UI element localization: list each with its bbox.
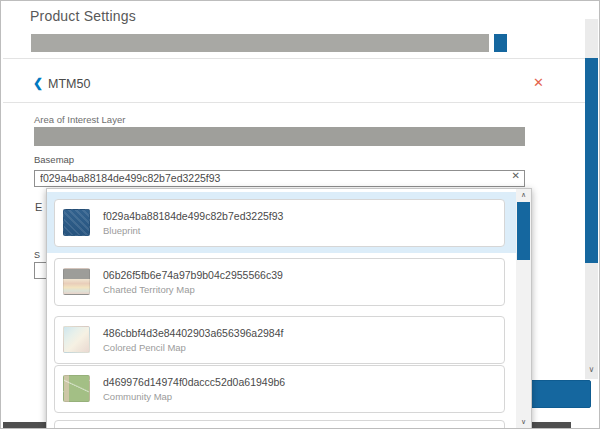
header-divider — [3, 58, 585, 59]
area-of-interest-label: Area of Interest Layer — [34, 114, 125, 125]
basemap-thumbnail-colored-pencil — [63, 326, 90, 353]
basemap-option-name: Charted Territory Map — [103, 283, 283, 296]
main-scrollbar-thumb[interactable] — [585, 58, 598, 263]
basemap-option-text: f029a4ba88184de499c82b7ed3225f93 Bluepri… — [103, 209, 283, 237]
basemap-option-name: Community Map — [103, 390, 285, 403]
blue-indicator-button[interactable] — [494, 34, 507, 52]
main-scrollbar-down-icon[interactable]: ∨ — [585, 362, 598, 378]
dropdown-scroll-down-icon[interactable]: ∨ — [516, 416, 531, 428]
basemap-option-partial[interactable] — [54, 420, 505, 429]
product-name-label[interactable]: MTM50 — [48, 77, 90, 91]
basemap-option-blueprint[interactable]: f029a4ba88184de499c82b7ed3225f93 Bluepri… — [54, 199, 505, 247]
area-of-interest-select[interactable] — [34, 127, 525, 146]
primary-action-button[interactable] — [523, 380, 591, 408]
close-icon[interactable]: ✕ — [533, 75, 544, 90]
basemap-thumbnail-charted-territory — [63, 268, 90, 295]
basemap-thumbnail-community — [63, 375, 90, 402]
hidden-field-label-partial-2: S — [34, 250, 40, 260]
basemap-option-id: f029a4ba88184de499c82b7ed3225f93 — [103, 209, 283, 224]
page-title: Product Settings — [30, 8, 136, 24]
basemap-label: Basemap — [34, 154, 74, 165]
basemap-input-wrap: ✕ — [34, 168, 525, 185]
basemap-option-name: Blueprint — [103, 224, 283, 237]
hidden-field-label-partial: E — [35, 201, 42, 213]
basemap-option-text: d469976d14974f0daccc52d0a61949b6 Communi… — [103, 375, 285, 403]
basemap-input[interactable] — [34, 170, 525, 187]
basemap-option-id: 06b26f5fb6e74a97b9b04c2955566c39 — [103, 268, 283, 283]
clear-input-icon[interactable]: ✕ — [512, 170, 520, 181]
section-divider — [3, 102, 585, 103]
basemap-thumbnail-blueprint — [63, 209, 90, 236]
basemap-option-charted-territory[interactable]: 06b26f5fb6e74a97b9b04c2955566c39 Charted… — [54, 258, 505, 306]
redacted-input-bar[interactable] — [31, 34, 489, 52]
product-settings-dialog: Product Settings ❮ MTM50 ✕ Area of Inter… — [0, 0, 600, 429]
dropdown-scrollbar-thumb[interactable] — [517, 202, 530, 260]
dropdown-scroll-up-icon[interactable]: ∧ — [516, 189, 531, 201]
basemap-option-community[interactable]: d469976d14974f0daccc52d0a61949b6 Communi… — [54, 365, 505, 413]
basemap-option-text: 06b26f5fb6e74a97b9b04c2955566c39 Charted… — [103, 268, 283, 296]
basemap-option-id: d469976d14974f0daccc52d0a61949b6 — [103, 375, 285, 390]
basemap-option-colored-pencil[interactable]: 486cbbf4d3e84402903a656396a2984f Colored… — [54, 316, 505, 364]
back-chevron-icon[interactable]: ❮ — [33, 76, 43, 90]
basemap-option-name: Colored Pencil Map — [103, 341, 283, 354]
basemap-dropdown: f029a4ba88184de499c82b7ed3225f93 Bluepri… — [46, 188, 532, 429]
basemap-option-id: 486cbbf4d3e84402903a656396a2984f — [103, 326, 283, 341]
basemap-option-text: 486cbbf4d3e84402903a656396a2984f Colored… — [103, 326, 283, 354]
